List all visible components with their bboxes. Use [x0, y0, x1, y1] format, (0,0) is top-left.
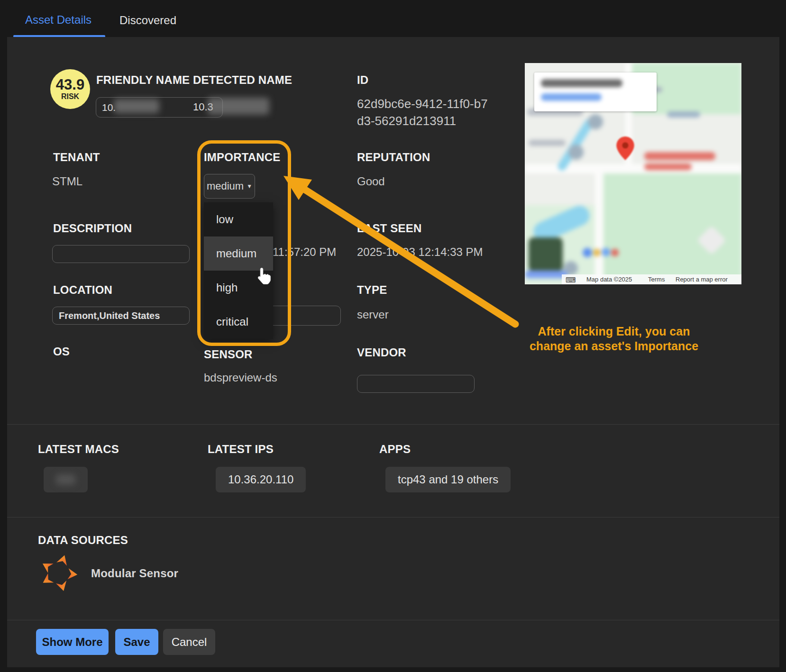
map-pin-icon: [616, 136, 634, 160]
cancel-label: Cancel: [172, 636, 207, 649]
show-more-button[interactable]: Show More: [36, 629, 109, 655]
vendor-label: VENDOR: [357, 346, 406, 359]
cancel-button[interactable]: Cancel: [163, 629, 215, 655]
reputation-label: REPUTATION: [357, 151, 430, 164]
modular-sensor-logo-icon: [39, 554, 78, 592]
importance-option-critical[interactable]: critical: [204, 305, 273, 339]
save-button[interactable]: Save: [115, 629, 158, 655]
section-divider: [7, 424, 779, 425]
map-card-link-redacted[interactable]: [541, 93, 602, 101]
vendor-input[interactable]: [357, 375, 475, 393]
sensor-label: SENSOR: [204, 348, 253, 361]
last-seen-label: LAST SEEN: [357, 222, 421, 235]
importance-option-low[interactable]: low: [204, 202, 273, 236]
chevron-down-icon: ▼: [247, 183, 252, 190]
map-card-title-redacted: [541, 79, 622, 87]
asset-details-page: Asset Details Discovered 43.9 RISK FRIEN…: [0, 0, 786, 672]
detected-name-redacted: [208, 98, 269, 115]
friendly-name-redacted: [114, 99, 159, 113]
asset-id-value: 62d9bc6e-9412-11f0-b7 d3-56291d213911: [357, 95, 488, 129]
detected-name-label: DETECTED NAME: [193, 73, 292, 87]
show-more-label: Show More: [42, 636, 102, 649]
latest-ip-value: 10.36.20.110: [228, 473, 293, 486]
map-data-text: Map data ©2025: [586, 276, 632, 283]
location-label: LOCATION: [53, 283, 112, 297]
location-map[interactable]: ⌨ Map data ©2025 Terms Report a map erro…: [525, 63, 741, 284]
latest-mac-chip-redacted[interactable]: [44, 467, 88, 492]
mac-redacted: [56, 474, 75, 485]
tenant-value: STML: [52, 175, 82, 188]
description-input[interactable]: [52, 245, 190, 263]
annotation-line1: After clicking Edit, you can: [519, 324, 709, 339]
os-label: OS: [53, 345, 70, 358]
apps-chip[interactable]: tcp43 and 19 others: [385, 467, 511, 492]
type-label: TYPE: [357, 283, 387, 297]
asset-id-line2: d3-56291d213911: [357, 112, 488, 129]
location-value: Fremont,United States: [59, 310, 160, 321]
id-label: ID: [357, 73, 368, 87]
sensor-value: bdspreview-ds: [204, 371, 277, 384]
tab-asset-details[interactable]: Asset Details: [25, 13, 91, 27]
importance-label: IMPORTANCE: [204, 151, 281, 164]
last-seen-value: 2025-10-03 12:14:33 PM: [357, 245, 483, 259]
apps-label: APPS: [379, 443, 411, 456]
type-value: server: [357, 308, 389, 321]
map-report-error-link[interactable]: Report a map error: [676, 276, 728, 283]
friendly-name-label: FRIENDLY NAME: [96, 73, 190, 87]
description-label: DESCRIPTION: [53, 222, 132, 235]
latest-ips-label: LATEST IPS: [208, 443, 274, 456]
hand-cursor-icon: [256, 267, 272, 285]
data-sources-label: DATA SOURCES: [38, 534, 128, 547]
importance-option-medium[interactable]: medium: [204, 236, 273, 271]
asset-id-line1: 62d9bc6e-9412-11f0-b7: [357, 95, 488, 112]
reputation-value: Good: [357, 175, 385, 188]
tab-discovered[interactable]: Discovered: [119, 14, 176, 27]
annotation-line2: change an asset's Importance: [519, 339, 709, 354]
importance-selected-value: medium: [207, 180, 244, 192]
save-label: Save: [123, 636, 150, 649]
keyboard-icon[interactable]: ⌨: [566, 276, 576, 284]
tenant-label: TENANT: [53, 151, 100, 164]
risk-score-value: 43.9: [56, 77, 84, 92]
map-terms-link[interactable]: Terms: [648, 276, 665, 283]
apps-value: tcp43 and 19 others: [398, 473, 498, 486]
importance-dropdown[interactable]: medium ▼: [204, 174, 255, 199]
location-input[interactable]: Fremont,United States: [52, 307, 190, 325]
section-divider: [7, 517, 779, 518]
latest-macs-label: LATEST MACS: [38, 443, 119, 456]
annotation-text: After clicking Edit, you can change an a…: [519, 324, 709, 354]
risk-score-badge: 43.9 RISK: [50, 69, 90, 109]
section-divider: [7, 620, 779, 620]
risk-score-label: RISK: [61, 92, 79, 101]
map-info-card: [534, 73, 657, 111]
map-attribution: ⌨ Map data ©2025 Terms Report a map erro…: [562, 274, 741, 284]
latest-ip-chip[interactable]: 10.36.20.110: [216, 467, 306, 492]
data-source-name: Modular Sensor: [91, 567, 178, 580]
first-seen-value-partial: 11:57:20 PM: [273, 245, 336, 259]
